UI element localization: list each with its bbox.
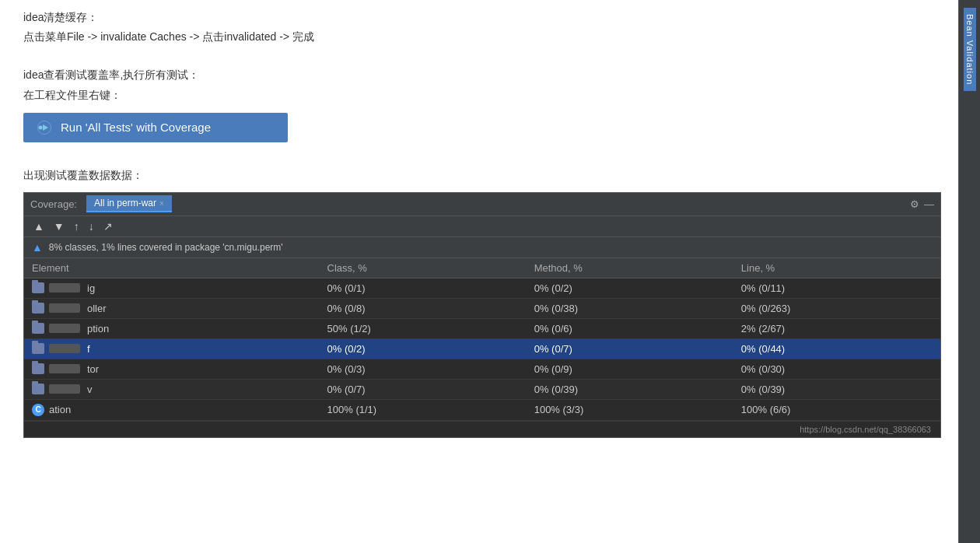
name-blur (49, 344, 80, 353)
element-name: ig (87, 282, 95, 294)
pct-cell: 0% (0/7) (320, 379, 527, 399)
coverage-minimize-icon[interactable]: — (924, 198, 934, 210)
pct-cell: 0% (0/30) (733, 359, 940, 379)
coverage-footer: https://blog.csdn.net/qq_38366063 (24, 421, 940, 437)
pct-cell: 0% (0/1) (320, 278, 527, 298)
pct-cell: 100% (6/6) (733, 399, 940, 420)
pct-cell: 0% (0/6) (527, 318, 733, 338)
table-row[interactable]: v0% (0/7)0% (0/39)0% (0/39) (24, 379, 940, 399)
name-blur (49, 324, 80, 333)
summary-up-arrow: ▲ (32, 241, 43, 254)
element-cell: oller (24, 298, 320, 318)
run-button-container: Run 'All Tests' with Coverage (23, 113, 957, 142)
section2-subtitle: 在工程文件里右键： (23, 86, 957, 105)
pct-cell: 0% (0/2) (527, 278, 733, 298)
run-icon (36, 119, 53, 136)
toolbar-expand-button[interactable]: ▼ (51, 219, 68, 234)
toolbar-down-button[interactable]: ↓ (86, 219, 97, 234)
folder-icon (32, 343, 44, 354)
pct-cell: 0% (0/8) (320, 298, 527, 318)
intro-line2: 点击菜单File -> invalidate Caches -> 点击inval… (23, 27, 957, 47)
pct-cell: 0% (0/44) (733, 338, 940, 359)
pct-cell: 0% (0/2) (320, 338, 527, 359)
coverage-tab-bar: Coverage: All in perm-war × ⚙ — (24, 193, 940, 216)
pct-cell: 0% (0/9) (527, 359, 733, 379)
element-cell: f (24, 338, 320, 359)
pct-cell: 0% (0/39) (733, 379, 940, 399)
coverage-summary-text: 8% classes, 1% lines covered in package … (49, 242, 283, 253)
folder-icon (32, 282, 44, 293)
pct-cell: 100% (3/3) (527, 399, 733, 420)
toolbar-up-button[interactable]: ▲ (30, 219, 47, 234)
intro-line1: idea清楚缓存： (23, 8, 957, 27)
col-method: Method, % (527, 258, 733, 279)
element-name: tor (87, 363, 99, 375)
element-cell: tor (24, 359, 320, 379)
coverage-panel: Coverage: All in perm-war × ⚙ — ▲ ▼ ↑ ↓ … (23, 192, 941, 438)
pct-cell: 100% (1/1) (320, 399, 527, 420)
element-cell: Cation (24, 399, 320, 420)
svg-point-2 (39, 125, 43, 129)
toolbar-collapse-button[interactable]: ↑ (71, 219, 82, 234)
folder-icon (32, 323, 44, 334)
pct-cell: 50% (1/2) (320, 318, 527, 338)
col-line: Line, % (733, 258, 940, 279)
coverage-tab[interactable]: All in perm-war × (86, 195, 172, 212)
folder-icon (32, 384, 44, 394)
element-cell: ig (24, 278, 320, 298)
pct-cell: 0% (0/38) (527, 298, 733, 318)
coverage-tab-close-icon[interactable]: × (159, 199, 164, 208)
element-cell: v (24, 379, 320, 399)
element-name: ation (49, 404, 71, 415)
toolbar-export-button[interactable]: ↗ (100, 219, 116, 234)
pct-cell: 0% (0/11) (733, 278, 940, 298)
pct-cell: 0% (0/263) (733, 298, 940, 318)
element-cell: ption (24, 318, 320, 338)
sidebar-label[interactable]: Bean Validation (964, 8, 976, 91)
name-blur (49, 303, 80, 313)
section3-title: 出现测试覆盖数据数据： (23, 169, 957, 183)
name-blur (49, 364, 80, 373)
folder-icon (32, 363, 44, 374)
table-row[interactable]: ption50% (1/2)0% (0/6)2% (2/67) (24, 318, 940, 338)
element-name: v (87, 384, 93, 395)
col-class: Class, % (320, 258, 527, 279)
name-blur (49, 384, 80, 394)
table-row[interactable]: oller0% (0/8)0% (0/38)0% (0/263) (24, 298, 940, 318)
coverage-tab-name: All in perm-war (94, 198, 156, 208)
table-row[interactable]: f0% (0/2)0% (0/7)0% (0/44) (24, 338, 940, 359)
element-name: f (87, 343, 90, 355)
table-row[interactable]: tor0% (0/3)0% (0/9)0% (0/30) (24, 359, 940, 379)
coverage-settings-icon[interactable]: ⚙ (910, 198, 919, 210)
run-coverage-button[interactable]: Run 'All Tests' with Coverage (23, 113, 288, 142)
folder-icon (32, 303, 44, 314)
pct-cell: 0% (0/3) (320, 359, 527, 379)
right-sidebar: Bean Validation (958, 0, 980, 543)
pct-cell: 0% (0/39) (527, 379, 733, 399)
pct-cell: 2% (2/67) (733, 318, 940, 338)
pct-cell: 0% (0/7) (527, 338, 733, 359)
table-row[interactable]: ig0% (0/1)0% (0/2)0% (0/11) (24, 278, 940, 298)
run-button-label: Run 'All Tests' with Coverage (61, 121, 211, 134)
table-row[interactable]: Cation100% (1/1)100% (3/3)100% (6/6) (24, 399, 940, 420)
coverage-table: Element Class, % Method, % Line, % ig0% … (24, 258, 940, 421)
coverage-toolbar: ▲ ▼ ↑ ↓ ↗ (24, 216, 940, 237)
table-header-row: Element Class, % Method, % Line, % (24, 258, 940, 279)
col-element: Element (24, 258, 320, 279)
coverage-summary: ▲ 8% classes, 1% lines covered in packag… (24, 237, 940, 258)
element-name: oller (87, 303, 107, 314)
section2-title: idea查看测试覆盖率,执行所有测试： (23, 65, 957, 85)
class-icon: C (32, 404, 44, 416)
element-name: ption (87, 323, 109, 335)
name-blur (49, 283, 80, 293)
coverage-label: Coverage: (30, 198, 77, 210)
